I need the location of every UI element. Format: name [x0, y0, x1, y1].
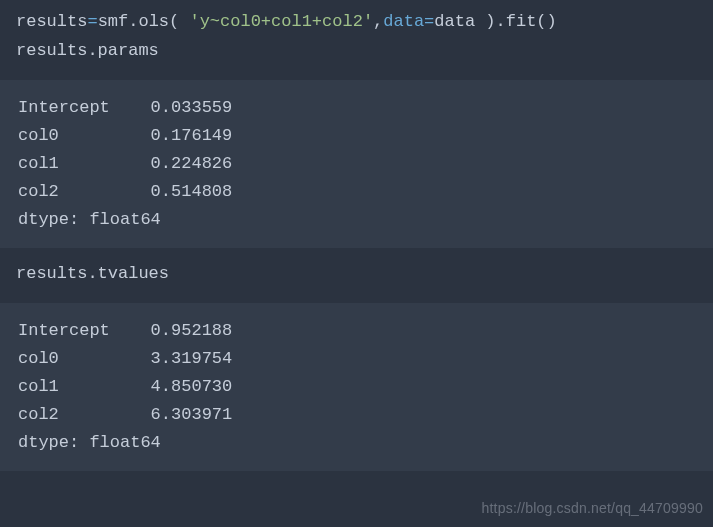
output-cell-1: Intercept 0.033559 col0 0.176149 col1 0.… [0, 80, 713, 248]
output-line: col0 3.319754 [18, 345, 695, 373]
token-string: 'y~col0+col1+col2' [189, 12, 373, 31]
code-line: results=smf.ols( 'y~col0+col1+col2',data… [16, 8, 697, 37]
code-cell-1: results=smf.ols( 'y~col0+col1+col2',data… [0, 0, 713, 76]
watermark-text: https://blog.csdn.net/qq_44709990 [482, 497, 703, 521]
output-line: col1 4.850730 [18, 373, 695, 401]
token-op: = [87, 12, 97, 31]
token-call: smf.ols( [98, 12, 190, 31]
token-call: data ).fit() [434, 12, 556, 31]
token-punc: , [373, 12, 383, 31]
output-line: Intercept 0.033559 [18, 94, 695, 122]
output-cell-2: Intercept 0.952188 col0 3.319754 col1 4.… [0, 303, 713, 471]
code-cell-2: results.tvalues [0, 252, 713, 299]
token-kwarg: data [383, 12, 424, 31]
output-line: Intercept 0.952188 [18, 317, 695, 345]
code-line: results.tvalues [16, 260, 697, 289]
code-line: results.params [16, 37, 697, 66]
output-line: col1 0.224826 [18, 150, 695, 178]
output-line: dtype: float64 [18, 206, 695, 234]
output-line: col0 0.176149 [18, 122, 695, 150]
token-op: = [424, 12, 434, 31]
output-line: col2 0.514808 [18, 178, 695, 206]
output-line: dtype: float64 [18, 429, 695, 457]
output-line: col2 6.303971 [18, 401, 695, 429]
token-var: results [16, 12, 87, 31]
